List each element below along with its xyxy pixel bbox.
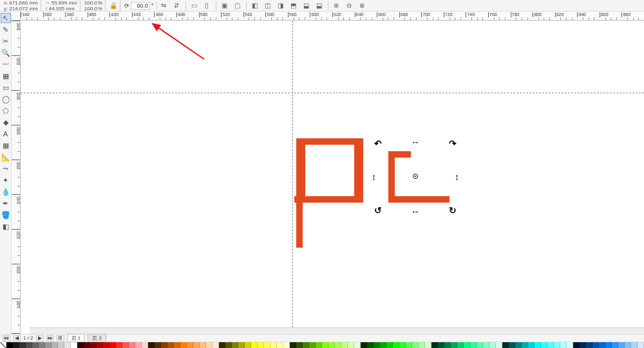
swatch-4d4d4d[interactable] <box>26 342 32 348</box>
rotation-center[interactable] <box>413 174 418 179</box>
swatch-002b00[interactable] <box>361 342 367 348</box>
swatch-005500[interactable] <box>367 342 374 348</box>
swatch-555500[interactable] <box>225 342 232 348</box>
swatch-550000[interactable] <box>84 342 90 348</box>
swatch-333333[interactable] <box>19 342 26 348</box>
swatch-002b55[interactable] <box>580 342 586 348</box>
horizontal-guideline[interactable] <box>21 93 644 93</box>
swatch-005555[interactable] <box>509 342 515 348</box>
swatch-80ffc0[interactable] <box>483 342 489 348</box>
swatch-ffd5aa[interactable] <box>206 342 213 348</box>
rotation-input-group[interactable]: ⟳ 90.0 ° <box>122 2 157 10</box>
swatch-aaffff[interactable] <box>560 342 567 348</box>
scale-readout[interactable]: 100.0% 100.0% <box>82 0 106 12</box>
ruler-origin[interactable] <box>12 12 21 21</box>
align-group-2-icon[interactable]: ▯ <box>202 1 213 11</box>
swatch-aaff55[interactable] <box>335 342 341 348</box>
swatch-80ff00[interactable] <box>322 342 328 348</box>
last-page-button[interactable]: ⏭ <box>46 335 54 342</box>
swatch-00ffff[interactable] <box>535 342 541 348</box>
canvas[interactable]: ↶ ↷ ↺ ↻ ↔ ↔ ↕ ↕ <box>21 21 644 334</box>
swatch-2b2b00[interactable] <box>219 342 225 348</box>
dimension-tool[interactable]: 📐 <box>1 152 11 162</box>
align-group-1-icon[interactable]: ▭ <box>189 1 200 11</box>
swatch-95ff2a[interactable] <box>328 342 335 348</box>
swatch-ffff55[interactable] <box>264 342 270 348</box>
rectangle-tool[interactable]: ▭ <box>1 82 11 93</box>
align-right-icon[interactable]: ◨ <box>275 1 287 11</box>
swatch-008080[interactable] <box>515 342 522 348</box>
swatch-ff8080[interactable] <box>129 342 135 348</box>
swatch-d5ffea[interactable] <box>496 342 502 348</box>
order-front-icon[interactable]: ▣ <box>219 1 231 11</box>
swatch-006ad4[interactable] <box>599 342 605 348</box>
weld-icon[interactable]: ⊕ <box>331 1 343 11</box>
fill-tool[interactable]: 🪣 <box>1 210 11 220</box>
swatch-ffff2a[interactable] <box>258 342 264 348</box>
swatch-d40000[interactable] <box>103 342 109 348</box>
swatch-d4d400[interactable] <box>245 342 251 348</box>
swatch-666666[interactable] <box>32 342 39 348</box>
swatch-aa5500[interactable] <box>167 342 174 348</box>
swatch-ffead5[interactable] <box>213 342 219 348</box>
swatch-d5ffff[interactable] <box>567 342 573 348</box>
align-center-h-icon[interactable]: ◫ <box>262 1 274 11</box>
lock-ratio-icon[interactable]: 🔒 <box>107 0 120 12</box>
swatch-ffffff[interactable] <box>71 342 77 348</box>
swatch-55aaff[interactable] <box>618 342 625 348</box>
prev-page-button[interactable]: ◀ <box>13 335 21 342</box>
swatch-2aff95[interactable] <box>470 342 477 348</box>
swatch-2b1500[interactable] <box>148 342 155 348</box>
swatch-b3b3b3[interactable] <box>52 342 58 348</box>
rotation-handle-tl[interactable]: ↶ <box>374 139 382 148</box>
swatch-55aa00[interactable] <box>309 342 316 348</box>
basic-shapes-tool[interactable]: ◆ <box>1 117 11 127</box>
swatch-cccccc[interactable] <box>58 342 64 348</box>
swatch-ff0000[interactable] <box>109 342 116 348</box>
swatch-008000[interactable] <box>374 342 380 348</box>
polygon-tool[interactable]: ⬠ <box>1 105 11 116</box>
swatch-0055aa[interactable] <box>592 342 599 348</box>
mirror-horizontal-icon[interactable]: ⇋ <box>158 1 170 11</box>
swatch-002b2b[interactable] <box>502 342 509 348</box>
swatch-ffaa55[interactable] <box>193 342 200 348</box>
vertical-guideline[interactable] <box>292 21 293 334</box>
swatch-80ff80[interactable] <box>412 342 419 348</box>
swatch-ffffaa[interactable] <box>277 342 283 348</box>
rotation-handle-bl[interactable]: ↺ <box>374 206 382 215</box>
swatch-999999[interactable] <box>45 342 52 348</box>
swatch-000000[interactable] <box>6 342 13 348</box>
swatch-00ff00[interactable] <box>393 342 399 348</box>
connector-tool[interactable]: ⤳ <box>1 163 11 174</box>
swatch-00552b[interactable] <box>438 342 444 348</box>
swatch-eaffd5[interactable] <box>354 342 361 348</box>
swatch-00d46a[interactable] <box>457 342 464 348</box>
swatch-55ffaa[interactable] <box>477 342 483 348</box>
smart-fill-tool[interactable]: ▦ <box>1 71 11 81</box>
rotation-handle-tr[interactable]: ↷ <box>449 139 457 148</box>
swatch-152b00[interactable] <box>290 342 296 348</box>
swatch-ff952a[interactable] <box>187 342 193 348</box>
swatch-800000[interactable] <box>90 342 97 348</box>
interactive-fill-tool[interactable]: ◧ <box>1 221 11 232</box>
interactive-tool[interactable]: ✦ <box>1 175 11 185</box>
swatch-80c0ff[interactable] <box>625 342 631 348</box>
swatch-aa0000[interactable] <box>97 342 103 348</box>
swatch-ff2a2a[interactable] <box>116 342 122 348</box>
skew-handle-right[interactable]: ↕ <box>455 172 459 181</box>
trim-icon[interactable]: ⊖ <box>344 1 355 11</box>
swatch-00aaaa[interactable] <box>522 342 528 348</box>
swatch-d5ffaa[interactable] <box>348 342 354 348</box>
rotation-input[interactable]: 90.0 <box>131 2 150 10</box>
shape-tool[interactable]: ✎ <box>1 24 11 35</box>
swatch-00d4d4[interactable] <box>528 342 535 348</box>
swatch-aaffaa[interactable] <box>419 342 425 348</box>
swatch-ff5555[interactable] <box>122 342 129 348</box>
swatch-d46a00[interactable] <box>174 342 180 348</box>
crop-tool[interactable]: ✂ <box>1 36 11 46</box>
vertical-ruler[interactable]: 340320300280260240220200180160 <box>12 21 21 334</box>
swatch-0080ff[interactable] <box>605 342 612 348</box>
swatch-80ffff[interactable] <box>554 342 560 348</box>
align-center-v-icon[interactable]: ⬓ <box>301 1 312 11</box>
zoom-tool[interactable]: 🔍 <box>1 48 11 58</box>
